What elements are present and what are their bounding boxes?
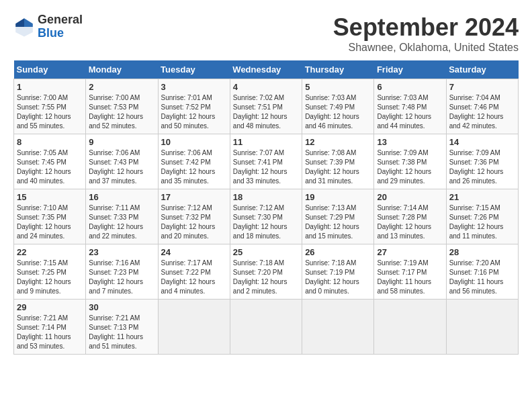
day-info: Sunrise: 7:10 AM Sunset: 7:35 PM Dayligh…: [17, 203, 83, 241]
day-number: 17: [161, 192, 227, 202]
day-info: Sunrise: 7:13 AM Sunset: 7:29 PM Dayligh…: [305, 203, 371, 241]
day-number: 6: [377, 82, 443, 92]
calendar-cell: 27 Sunrise: 7:19 AM Sunset: 7:17 PM Dayl…: [374, 244, 446, 300]
day-info: Sunrise: 7:17 AM Sunset: 7:22 PM Dayligh…: [161, 259, 227, 296]
day-info: Sunrise: 7:19 AM Sunset: 7:17 PM Dayligh…: [377, 259, 443, 296]
day-info: Sunrise: 7:03 AM Sunset: 7:49 PM Dayligh…: [305, 93, 371, 131]
day-info: Sunrise: 7:06 AM Sunset: 7:42 PM Dayligh…: [161, 148, 227, 186]
day-info: Sunrise: 7:05 AM Sunset: 7:45 PM Dayligh…: [17, 148, 83, 186]
day-info: Sunrise: 7:09 AM Sunset: 7:38 PM Dayligh…: [377, 148, 443, 186]
calendar-cell: 9 Sunrise: 7:06 AM Sunset: 7:43 PM Dayli…: [86, 134, 158, 189]
day-number: 14: [449, 137, 515, 147]
day-number: 15: [17, 192, 83, 202]
calendar-header-row: SundayMondayTuesdayWednesdayThursdayFrid…: [14, 60, 519, 79]
day-number: 26: [305, 247, 371, 257]
calendar-cell: 8 Sunrise: 7:05 AM Sunset: 7:45 PM Dayli…: [14, 134, 86, 189]
calendar-cell: 12 Sunrise: 7:08 AM Sunset: 7:39 PM Dayl…: [302, 134, 374, 189]
calendar-cell: 14 Sunrise: 7:09 AM Sunset: 7:36 PM Dayl…: [446, 134, 518, 189]
day-info: Sunrise: 7:20 AM Sunset: 7:16 PM Dayligh…: [449, 259, 515, 296]
svg-marker-1: [24, 18, 33, 27]
location-title: Shawnee, Oklahoma, United States: [333, 42, 519, 54]
day-info: Sunrise: 7:16 AM Sunset: 7:23 PM Dayligh…: [89, 259, 154, 296]
day-info: Sunrise: 7:21 AM Sunset: 7:14 PM Dayligh…: [17, 314, 83, 351]
calendar-cell: 3 Sunrise: 7:01 AM Sunset: 7:52 PM Dayli…: [158, 79, 230, 134]
day-number: 28: [449, 247, 515, 257]
calendar-cell: 26 Sunrise: 7:18 AM Sunset: 7:19 PM Dayl…: [302, 244, 374, 300]
day-info: Sunrise: 7:09 AM Sunset: 7:36 PM Dayligh…: [449, 148, 515, 186]
day-info: Sunrise: 7:18 AM Sunset: 7:20 PM Dayligh…: [233, 259, 299, 296]
calendar-cell: 15 Sunrise: 7:10 AM Sunset: 7:35 PM Dayl…: [14, 189, 86, 244]
day-info: Sunrise: 7:12 AM Sunset: 7:30 PM Dayligh…: [233, 203, 299, 241]
day-info: Sunrise: 7:04 AM Sunset: 7:46 PM Dayligh…: [449, 93, 515, 131]
day-info: Sunrise: 7:14 AM Sunset: 7:28 PM Dayligh…: [377, 203, 443, 241]
calendar-cell: 22 Sunrise: 7:15 AM Sunset: 7:25 PM Dayl…: [14, 244, 86, 300]
calendar-cell: 30 Sunrise: 7:21 AM Sunset: 7:13 PM Dayl…: [86, 300, 158, 355]
calendar-cell: [230, 300, 302, 355]
day-number: 7: [449, 82, 515, 92]
calendar-cell: 28 Sunrise: 7:20 AM Sunset: 7:16 PM Dayl…: [446, 244, 518, 300]
day-number: 16: [89, 192, 154, 202]
day-number: 4: [233, 82, 299, 92]
calendar-cell: 25 Sunrise: 7:18 AM Sunset: 7:20 PM Dayl…: [230, 244, 302, 300]
day-number: 12: [305, 137, 371, 147]
calendar-cell: 13 Sunrise: 7:09 AM Sunset: 7:38 PM Dayl…: [374, 134, 446, 189]
day-number: 3: [161, 82, 227, 92]
calendar-cell: 23 Sunrise: 7:16 AM Sunset: 7:23 PM Dayl…: [86, 244, 158, 300]
day-number: 21: [449, 192, 515, 202]
day-number: 18: [233, 192, 299, 202]
calendar-cell: 18 Sunrise: 7:12 AM Sunset: 7:30 PM Dayl…: [230, 189, 302, 244]
day-info: Sunrise: 7:08 AM Sunset: 7:39 PM Dayligh…: [305, 148, 371, 186]
day-number: 13: [377, 137, 443, 147]
calendar-cell: 21 Sunrise: 7:15 AM Sunset: 7:26 PM Dayl…: [446, 189, 518, 244]
logo-blue-text: Blue: [38, 26, 64, 40]
calendar-cell: [374, 300, 446, 355]
calendar-table: SundayMondayTuesdayWednesdayThursdayFrid…: [13, 60, 519, 355]
calendar-cell: 29 Sunrise: 7:21 AM Sunset: 7:14 PM Dayl…: [14, 300, 86, 355]
calendar-cell: [446, 300, 518, 355]
day-info: Sunrise: 7:07 AM Sunset: 7:41 PM Dayligh…: [233, 148, 299, 186]
day-number: 24: [161, 247, 227, 257]
day-number: 10: [161, 137, 227, 147]
day-info: Sunrise: 7:01 AM Sunset: 7:52 PM Dayligh…: [161, 93, 227, 131]
calendar-cell: 20 Sunrise: 7:14 AM Sunset: 7:28 PM Dayl…: [374, 189, 446, 244]
calendar-day-header: Friday: [374, 60, 446, 79]
day-number: 29: [17, 302, 83, 312]
calendar-day-header: Wednesday: [230, 60, 302, 79]
day-number: 23: [89, 247, 154, 257]
day-number: 5: [305, 82, 371, 92]
day-info: Sunrise: 7:15 AM Sunset: 7:26 PM Dayligh…: [449, 203, 515, 241]
day-number: 2: [89, 82, 154, 92]
day-info: Sunrise: 7:15 AM Sunset: 7:25 PM Dayligh…: [17, 259, 83, 296]
day-number: 9: [89, 137, 154, 147]
calendar-cell: 5 Sunrise: 7:03 AM Sunset: 7:49 PM Dayli…: [302, 79, 374, 134]
page-header: General Blue September 2024 Shawnee, Okl…: [13, 13, 519, 54]
calendar-cell: 24 Sunrise: 7:17 AM Sunset: 7:22 PM Dayl…: [158, 244, 230, 300]
day-number: 30: [89, 302, 154, 312]
calendar-week-row: 8 Sunrise: 7:05 AM Sunset: 7:45 PM Dayli…: [14, 134, 519, 189]
calendar-week-row: 15 Sunrise: 7:10 AM Sunset: 7:35 PM Dayl…: [14, 189, 519, 244]
day-info: Sunrise: 7:12 AM Sunset: 7:32 PM Dayligh…: [161, 203, 227, 241]
day-number: 8: [17, 137, 83, 147]
calendar-day-header: Monday: [86, 60, 158, 79]
calendar-cell: 7 Sunrise: 7:04 AM Sunset: 7:46 PM Dayli…: [446, 79, 518, 134]
day-info: Sunrise: 7:02 AM Sunset: 7:51 PM Dayligh…: [233, 93, 299, 131]
calendar-cell: 17 Sunrise: 7:12 AM Sunset: 7:32 PM Dayl…: [158, 189, 230, 244]
day-info: Sunrise: 7:11 AM Sunset: 7:33 PM Dayligh…: [89, 203, 154, 241]
calendar-week-row: 1 Sunrise: 7:00 AM Sunset: 7:55 PM Dayli…: [14, 79, 519, 134]
calendar-day-header: Saturday: [446, 60, 518, 79]
calendar-week-row: 22 Sunrise: 7:15 AM Sunset: 7:25 PM Dayl…: [14, 244, 519, 300]
logo-general-text: General: [38, 13, 83, 26]
day-number: 25: [233, 247, 299, 257]
calendar-day-header: Sunday: [14, 60, 86, 79]
calendar-cell: 16 Sunrise: 7:11 AM Sunset: 7:33 PM Dayl…: [86, 189, 158, 244]
day-info: Sunrise: 7:18 AM Sunset: 7:19 PM Dayligh…: [305, 259, 371, 296]
day-info: Sunrise: 7:06 AM Sunset: 7:43 PM Dayligh…: [89, 148, 154, 186]
title-section: September 2024 Shawnee, Oklahoma, United…: [333, 13, 519, 54]
day-number: 20: [377, 192, 443, 202]
logo-icon: [13, 16, 35, 38]
day-number: 27: [377, 247, 443, 257]
day-number: 1: [17, 82, 83, 92]
calendar-cell: 11 Sunrise: 7:07 AM Sunset: 7:41 PM Dayl…: [230, 134, 302, 189]
calendar-cell: [158, 300, 230, 355]
day-info: Sunrise: 7:00 AM Sunset: 7:53 PM Dayligh…: [89, 93, 154, 131]
